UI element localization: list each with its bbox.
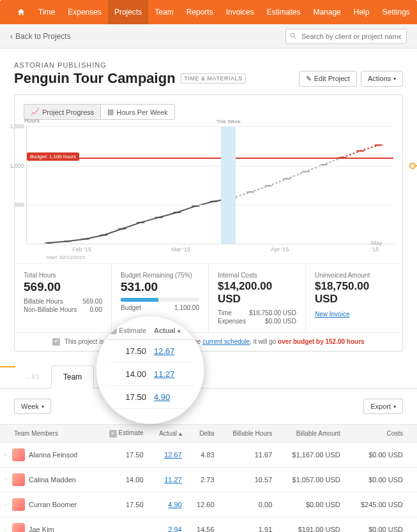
- nav-projects[interactable]: Projects: [108, 0, 148, 24]
- chevron-right-icon: ›: [3, 477, 8, 483]
- chevron-right-icon: ›: [3, 501, 8, 508]
- svg-point-5: [81, 238, 90, 239]
- member-cell[interactable]: ›Curran Boomer: [3, 498, 91, 511]
- member-cell[interactable]: ›Alanna Feinsod: [3, 448, 91, 461]
- svg-point-12: [209, 201, 218, 202]
- search-input[interactable]: [285, 29, 407, 44]
- pencil-icon: ✎: [306, 75, 312, 83]
- actual-hours-link[interactable]: 4.90: [168, 501, 181, 508]
- sort-asc-icon: ▴: [179, 430, 182, 437]
- svg-point-18: [301, 171, 310, 172]
- actual-hours-link[interactable]: 12.67: [164, 451, 182, 459]
- member-cell[interactable]: ›Calina Madden: [3, 473, 91, 486]
- forecast-badge-icon: F: [109, 430, 117, 438]
- svg-point-1: [291, 33, 294, 37]
- tab-team[interactable]: Team: [51, 366, 94, 388]
- client-name: ASTORIAN PUBLISHING: [14, 61, 403, 69]
- search-icon: [289, 32, 297, 40]
- chevron-down-icon: ▾: [42, 404, 44, 410]
- th-actual[interactable]: Actual ▴: [149, 425, 187, 443]
- th-delta[interactable]: Delta: [187, 425, 220, 443]
- member-cell[interactable]: ›Jae Kim: [3, 523, 91, 532]
- member-name: Alanna Feinsod: [29, 451, 77, 459]
- svg-point-4: [63, 240, 72, 242]
- trend-icon: 📈: [31, 108, 40, 116]
- budget-progress-bar: [121, 298, 199, 302]
- settings-link[interactable]: Settings: [375, 0, 416, 24]
- member-name: Calina Madden: [29, 476, 76, 484]
- schedule-link[interactable]: current schedule: [202, 338, 250, 345]
- back-link[interactable]: ‹ Back to Projects: [10, 32, 71, 41]
- chevron-down-icon: ▾: [393, 404, 396, 410]
- progress-card: 📈 Project Progress ▥ Hours Per Week Hour…: [14, 94, 403, 351]
- avatar: [12, 523, 25, 532]
- avatar: [12, 448, 25, 461]
- svg-line-2: [294, 36, 296, 38]
- svg-point-10: [172, 212, 181, 213]
- nav-estimates[interactable]: Estimates: [261, 0, 307, 24]
- tab-tasks[interactable]: ...ks: [14, 366, 51, 388]
- chevron-right-icon: ›: [3, 452, 8, 458]
- th-members[interactable]: Team Members: [0, 425, 96, 443]
- progress-chart: Hours 5001,0001,500Feb '15Mar '15Apr '15…: [26, 126, 393, 244]
- help-link[interactable]: Help: [347, 0, 376, 24]
- chevron-right-icon: ›: [3, 526, 8, 532]
- svg-point-22: [356, 150, 365, 151]
- chevron-down-icon: ▾: [393, 76, 396, 82]
- sort-asc-icon: ▴: [178, 327, 181, 334]
- actual-hours-link[interactable]: 12.67: [154, 346, 175, 356]
- top-nav: TimeExpensesProjectsTeamReportsInvoicesE…: [0, 0, 417, 24]
- th-billable[interactable]: Billable Hours: [220, 425, 278, 443]
- nav-reports[interactable]: Reports: [180, 0, 220, 24]
- avatar: [12, 498, 25, 511]
- forecast-info-bar: F This project is linked to Forecast – B…: [15, 332, 402, 351]
- y-axis-label: Hours: [24, 117, 40, 124]
- callout-marker: [0, 366, 15, 367]
- th-amount[interactable]: Billable Amount: [277, 425, 345, 443]
- search-box: [285, 29, 407, 44]
- section-tabs: ...ks Team Invoices: [0, 366, 417, 388]
- tab-hours-per-week[interactable]: ▥ Hours Per Week: [101, 104, 175, 120]
- avatar: [12, 473, 25, 486]
- stat-internal-costs: Internal Costs $14,200.00 USD Time$18,75…: [209, 264, 306, 332]
- stat-total-hours: Total Hours 569.00 Billable Hours569.00 …: [15, 264, 112, 332]
- table-row: ›Alanna Feinsod17.5012.674.8311.67$1,167…: [0, 443, 417, 468]
- th-estimate[interactable]: F Estimate: [96, 425, 148, 443]
- table-row: ›Calina Madden14.0011.272.7310.57$1,057.…: [0, 468, 417, 492]
- forecast-badge-icon: F: [52, 338, 60, 346]
- chevron-left-icon: ‹: [10, 32, 13, 41]
- svg-point-16: [264, 185, 273, 186]
- nav-team[interactable]: Team: [148, 0, 179, 24]
- table-row: ›Curran Boomer17.504.9012.600.00$0.00 US…: [0, 492, 417, 517]
- edit-project-button[interactable]: ✎ Edit Project: [299, 71, 357, 87]
- new-invoice-link[interactable]: New Invoice: [315, 311, 349, 318]
- team-table: Team Members F Estimate Actual ▴ Delta B…: [0, 424, 417, 532]
- period-selector[interactable]: Week ▾: [14, 399, 51, 414]
- nav-time[interactable]: Time: [32, 0, 61, 24]
- nav-expenses[interactable]: Expenses: [61, 0, 108, 24]
- svg-point-15: [246, 191, 255, 193]
- magnifier-callout: FEstimate Actual▴ 17.5012.6714.0011.2717…: [96, 316, 204, 424]
- actual-hours-link[interactable]: 11.27: [164, 476, 182, 484]
- bar-chart-icon: ▥: [107, 108, 114, 116]
- sub-bar: ‹ Back to Projects: [0, 24, 417, 48]
- svg-point-23: [374, 144, 383, 145]
- svg-point-3: [45, 242, 54, 244]
- member-name: Jae Kim: [29, 526, 54, 532]
- project-title: Penguin Tour Campaign: [14, 70, 176, 87]
- member-name: Curran Boomer: [29, 501, 77, 508]
- home-icon[interactable]: [10, 0, 32, 24]
- svg-point-17: [283, 178, 292, 179]
- svg-point-7: [118, 228, 126, 229]
- th-costs[interactable]: Costs: [345, 425, 417, 443]
- actual-hours-link[interactable]: 11.27: [154, 369, 175, 379]
- nav-invoices[interactable]: Invoices: [220, 0, 261, 24]
- svg-point-6: [100, 234, 109, 235]
- export-button[interactable]: Export ▾: [363, 399, 403, 414]
- actual-hours-link[interactable]: 2.94: [168, 526, 181, 532]
- nav-manage[interactable]: Manage: [307, 0, 347, 24]
- table-row: ›Jae Kim2.9414.561.91$191.00 USD$0.00 US…: [0, 517, 417, 532]
- billing-type-badge: TIME & MATERIALS: [181, 73, 246, 84]
- actual-hours-link[interactable]: 4.90: [154, 392, 170, 402]
- actions-menu-button[interactable]: Actions ▾: [361, 71, 403, 87]
